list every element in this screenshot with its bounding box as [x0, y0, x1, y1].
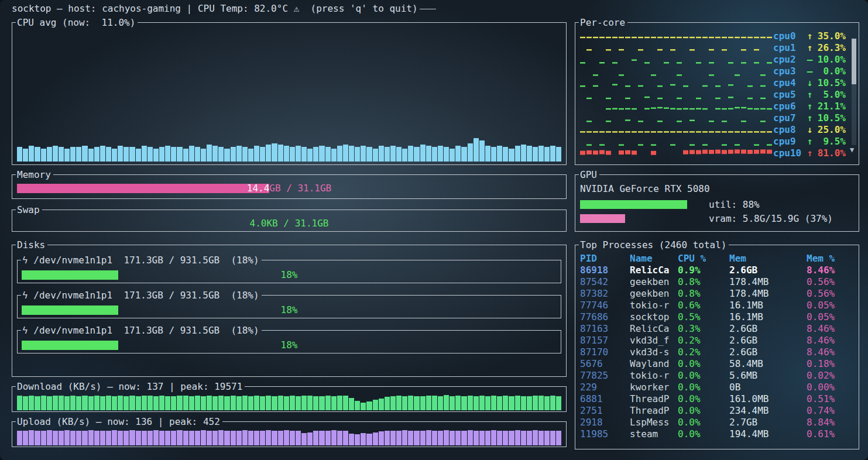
process-row[interactable]: 87170vkd3d-s0.2%2.6GB8.46% — [580, 346, 854, 358]
chart-bar — [142, 396, 147, 410]
chart-bar — [82, 396, 87, 410]
chart-bar — [100, 146, 105, 162]
chart-bar — [171, 147, 176, 162]
chart-bar — [118, 396, 123, 410]
chart-bar — [183, 431, 188, 445]
gauge-label-inverse: 14.4GB / 31.1GB — [17, 183, 269, 194]
chart-bar — [260, 147, 265, 162]
chart-bar — [64, 430, 70, 445]
process-row[interactable]: 229kworker0.0%0B0.00% — [580, 382, 854, 393]
gpu-device-name: NVIDIA GeForce RTX 5080 — [580, 183, 854, 195]
chart-bar — [509, 431, 514, 445]
chart-bar — [455, 146, 461, 162]
chart-bar — [307, 149, 313, 162]
cpu-sparkline — [580, 90, 773, 100]
chart-bar — [515, 430, 520, 445]
process-row[interactable]: 11985steam0.0%194.4MB0.61% — [580, 428, 854, 440]
process-row[interactable]: 86918RelicCa0.9%2.6GB8.46% — [580, 265, 854, 276]
chart-bar — [509, 396, 514, 410]
cpu-sparkline — [580, 101, 773, 112]
column-header-pid: PID — [580, 253, 630, 265]
chart-bar — [355, 147, 360, 162]
chart-bar — [242, 430, 248, 445]
process-row[interactable]: 2751ThreadP0.0%234.4MB0.74% — [580, 405, 854, 417]
chart-bar — [47, 430, 52, 445]
chart-bar — [296, 431, 301, 445]
process-row[interactable]: 87542geekben0.8%178.4MB0.56% — [580, 276, 854, 288]
disk-list: ϟ /dev/nvme1n1p1 171.3GB / 931.5GB (18%)… — [17, 255, 561, 353]
chart-bar — [236, 431, 242, 445]
process-row[interactable]: 5676Wayland0.0%58.4MB0.18% — [580, 358, 854, 370]
process-row[interactable]: 77746tokio-r0.6%16.1MB0.05% — [580, 300, 854, 311]
process-row[interactable]: 6881ThreadP0.0%161.0MB0.51% — [580, 393, 854, 405]
chart-bar — [331, 396, 337, 410]
chart-bar — [142, 431, 147, 445]
per-core-panel-header: Per-core — [575, 18, 859, 28]
chart-bar — [396, 147, 402, 162]
chart-bar — [147, 431, 153, 445]
gpu-vram-row: vram: 5.8G/15.9G (37%) — [580, 213, 854, 224]
chart-bar — [414, 431, 419, 445]
process-row[interactable]: 87163RelicCa0.3%2.6GB8.46% — [580, 323, 854, 335]
scrollbar-thumb[interactable] — [852, 39, 856, 84]
chart-bar — [29, 396, 34, 410]
disk-panel-header: ϟ /dev/nvme1n1p1 171.3GB / 931.5GB (18%) — [17, 255, 561, 265]
gauge-label: 18% — [22, 304, 118, 316]
per-core-scrollbar[interactable]: ▼ — [852, 39, 856, 153]
process-row[interactable]: 2918LspMess0.0%2.7GB8.84% — [580, 417, 854, 428]
chart-bar — [59, 396, 64, 410]
cpu-avg-panel-header: CPU avg (now: 11.0%) — [12, 18, 567, 28]
chart-bar — [503, 396, 508, 410]
chart-bar — [385, 431, 390, 445]
chart-bar — [41, 431, 46, 445]
cpu-sparkline — [580, 78, 773, 88]
chart-bar — [177, 147, 182, 162]
chart-bar — [284, 396, 289, 410]
process-name: ThreadP — [630, 405, 678, 417]
process-pid: 87163 — [580, 323, 630, 335]
disk-title: ϟ /dev/nvme1n1p1 171.3GB / 931.5GB (18%) — [21, 290, 262, 301]
chart-bar — [201, 396, 206, 410]
chart-bar — [497, 396, 502, 410]
process-name: geekben — [630, 288, 678, 300]
chart-bar — [325, 396, 331, 410]
gauge-label: 14.4GB / 31.1GB — [17, 183, 269, 194]
cpu-core-row: cpu1↑26.3% — [580, 42, 846, 54]
process-mem: 2.6GB — [729, 323, 807, 335]
process-mem-percent: 8.84% — [807, 417, 854, 428]
chart-bar — [218, 147, 224, 162]
chart-bar — [165, 146, 170, 162]
chart-bar — [491, 147, 496, 162]
process-name: tokio-r — [630, 370, 678, 382]
gauge-fill — [580, 200, 687, 209]
process-row[interactable]: 77825tokio-r0.0%5.6MB0.02% — [580, 370, 854, 382]
chart-bar — [533, 430, 538, 445]
cpu-core-label: cpu7↑10.5% — [773, 112, 846, 124]
chart-bar — [361, 433, 366, 445]
chart-bar — [379, 431, 384, 445]
cpu-core-name: cpu3 — [773, 66, 805, 77]
cpu-core-percent: 5.0% — [814, 89, 846, 101]
chart-bar — [349, 146, 354, 162]
chart-bar — [82, 146, 87, 162]
chart-bar — [201, 430, 206, 445]
chart-bar — [556, 147, 561, 162]
process-row[interactable]: 87157vkd3d_f0.2%2.6GB8.46% — [580, 335, 854, 346]
process-mem-percent: 8.46% — [807, 346, 854, 358]
cpu-trend-icon: ↑ — [805, 147, 814, 159]
cpu-core-label: cpu4↓10.5% — [773, 77, 846, 89]
cpu-trend-icon: ↑ — [805, 101, 814, 112]
chart-bar — [325, 431, 331, 445]
chart-bar — [266, 430, 271, 445]
scroll-down-icon[interactable]: ▼ — [850, 144, 854, 156]
process-name: steam — [630, 428, 678, 440]
cpu-core-row: cpu3–0.0% — [580, 66, 846, 77]
chart-bar — [538, 431, 544, 445]
process-row[interactable]: 87382geekben0.8%178.4MB0.56% — [580, 288, 854, 300]
process-row[interactable]: 77686socktop0.5%16.1MB0.05% — [580, 311, 854, 323]
chart-bar — [112, 430, 117, 445]
chart-bar — [266, 396, 271, 410]
chart-bar — [59, 147, 64, 162]
chart-bar — [337, 431, 342, 445]
chart-bar — [242, 147, 248, 162]
